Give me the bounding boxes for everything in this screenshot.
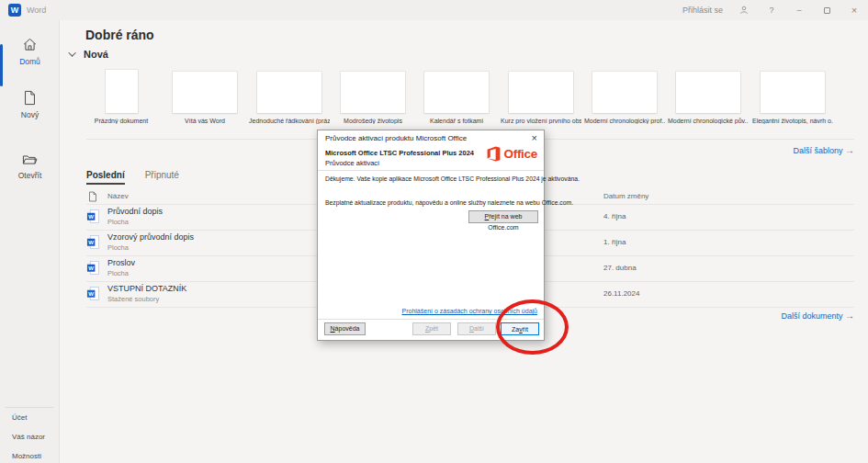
template-card[interactable]: Vítá vás Word xyxy=(164,70,245,124)
file-location: Plocha xyxy=(107,218,129,226)
word-app-icon: W xyxy=(8,4,21,17)
svg-text:W: W xyxy=(88,239,94,245)
sidebar-item-new[interactable]: Nový xyxy=(0,90,60,119)
template-thumbnail xyxy=(424,72,489,113)
file-name: Proslov xyxy=(107,258,135,267)
person-icon[interactable] xyxy=(738,0,750,20)
file-location: Stažené soubory xyxy=(107,295,159,303)
file-date: 27. dubna xyxy=(603,264,637,272)
template-thumbnail xyxy=(592,72,657,113)
template-label: Vítá vás Word xyxy=(164,118,245,124)
office-logo-icon xyxy=(486,146,502,162)
word-doc-icon: W xyxy=(86,209,100,227)
help-button[interactable]: Nápověda xyxy=(324,322,366,335)
template-label: Kurz pro vložení prvního obs... xyxy=(501,118,581,124)
office-logo-text: Office xyxy=(504,147,537,161)
column-header-name[interactable]: Název xyxy=(107,192,129,200)
word-start-screen: W Word Přihlásit se ? – × Domů Nový xyxy=(0,0,868,463)
dialog-divider xyxy=(318,319,544,320)
greeting-heading: Dobré ráno xyxy=(85,28,154,42)
titlebar: W Word Přihlásit se ? – × xyxy=(0,0,868,20)
more-templates-link[interactable]: Další šablony → xyxy=(793,145,854,155)
go-to-office-button[interactable]: Přejít na web Office.com xyxy=(468,210,538,223)
template-thumbnail xyxy=(106,70,138,113)
file-date: 4. října xyxy=(603,212,626,220)
template-card[interactable]: Moderní chronologický prof... xyxy=(584,70,665,124)
minimize-icon[interactable]: – xyxy=(793,0,806,20)
new-document-icon xyxy=(0,90,60,107)
template-thumbnail xyxy=(761,72,825,113)
template-card[interactable]: Jednoduché řádkování (práz... xyxy=(249,70,330,124)
sidebar-item-options[interactable]: Možnosti xyxy=(12,452,41,460)
template-thumbnail xyxy=(676,72,740,113)
sidebar-item-account[interactable]: Účet xyxy=(12,413,27,422)
file-location: Plocha xyxy=(107,269,129,277)
app-title: Word xyxy=(27,0,46,20)
privacy-statement-link[interactable]: Prohlášení o zásadách ochrany osobních ú… xyxy=(402,308,538,314)
new-section-header[interactable]: Nová xyxy=(71,49,108,60)
activation-wizard-dialog: Průvodce aktivací produktu Microsoft Off… xyxy=(317,130,545,341)
template-card[interactable]: Moderní chronologické pův... xyxy=(668,70,749,124)
file-date: 1. října xyxy=(603,238,626,246)
template-label: Moderní chronologický prof... xyxy=(584,118,665,124)
file-name: Vzorový průvodní dopis xyxy=(107,232,194,242)
word-doc-icon: W xyxy=(86,261,100,278)
template-label: Prázdný dokument xyxy=(81,118,162,124)
restore-icon[interactable] xyxy=(820,0,833,20)
tab-pinned[interactable]: Připnuté xyxy=(145,170,179,185)
template-thumbnail xyxy=(173,72,237,113)
sidebar-divider xyxy=(6,407,53,408)
home-icon xyxy=(0,37,60,54)
dialog-title: Průvodce aktivací produktu Microsoft Off… xyxy=(325,134,467,142)
sidebar-item-home[interactable]: Domů xyxy=(0,37,60,66)
template-thumbnail xyxy=(257,72,321,113)
selected-accent-bar xyxy=(0,44,3,86)
svg-text:W: W xyxy=(88,265,94,271)
more-documents-link[interactable]: Další dokumenty → xyxy=(781,311,854,321)
sidebar-item-label: Domů xyxy=(19,57,40,66)
file-tabs: Poslední Připnuté xyxy=(86,170,179,185)
sidebar: Domů Nový Otevřít Účet Váš názor Možnost… xyxy=(0,20,60,463)
sidebar-item-label: Otevřít xyxy=(18,171,42,180)
arrow-right-icon: → xyxy=(845,311,854,321)
arrow-right-icon: → xyxy=(845,145,854,155)
file-name: VSTUPNÍ DOTAZNÍK xyxy=(107,284,186,293)
template-thumbnail xyxy=(509,72,573,113)
template-label: Modrošedý životopis xyxy=(333,118,413,124)
file-name: Průvodní dopis xyxy=(107,207,163,216)
template-label: Elegantní životopis, návrh o... xyxy=(752,118,833,124)
next-button: Další xyxy=(457,322,496,335)
svg-text:W: W xyxy=(88,213,94,220)
product-name: Microsoft Office LTSC Professional Plus … xyxy=(325,149,474,157)
tab-recent[interactable]: Poslední xyxy=(86,170,125,185)
template-card[interactable]: Elegantní životopis, návrh o... xyxy=(752,70,833,124)
template-card[interactable]: Modrošedý životopis xyxy=(333,70,413,124)
help-icon[interactable]: ? xyxy=(765,0,778,20)
sidebar-item-feedback[interactable]: Váš názor xyxy=(12,433,45,441)
template-card[interactable]: Kalendář s fotkami xyxy=(416,70,497,124)
dialog-close-icon[interactable]: × xyxy=(532,132,537,143)
dialog-divider xyxy=(318,170,544,171)
template-label: Kalendář s fotkami xyxy=(416,118,497,124)
open-folder-icon xyxy=(0,152,60,168)
chevron-down-icon xyxy=(68,49,75,56)
sidebar-item-open[interactable]: Otevřít xyxy=(0,152,60,180)
updates-message: Bezplatné aktualizace produktu, nápovědu… xyxy=(325,199,573,206)
word-doc-icon: W xyxy=(86,287,100,304)
template-card[interactable]: Prázdný dokument xyxy=(81,70,162,124)
new-section-title: Nová xyxy=(84,49,108,60)
office-logo: Office xyxy=(486,146,537,162)
word-doc-icon: W xyxy=(86,235,100,253)
window-close-icon[interactable]: × xyxy=(848,0,861,20)
template-card[interactable]: Kurz pro vložení prvního obs... xyxy=(501,70,581,124)
back-button: Zpět xyxy=(412,322,451,335)
activation-message: Děkujeme. Vaše kopie aplikace Microsoft … xyxy=(325,175,580,182)
file-location: Plocha xyxy=(107,243,129,252)
sidebar-item-label: Nový xyxy=(21,110,39,119)
template-label: Moderní chronologické pův... xyxy=(668,118,749,124)
sign-in-button[interactable]: Přihlásit se xyxy=(682,6,723,15)
close-wizard-button[interactable]: Zavřít xyxy=(501,322,539,335)
template-thumbnail xyxy=(341,72,405,113)
file-date: 26.11.2024 xyxy=(603,289,639,298)
column-header-date[interactable]: Datum změny xyxy=(603,192,648,200)
